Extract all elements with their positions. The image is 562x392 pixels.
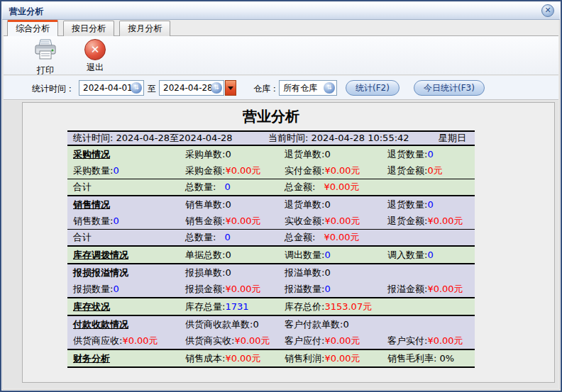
- table-cell: 客户实付:¥0.00元: [387, 335, 475, 347]
- window-title: 营业分析: [9, 6, 43, 18]
- cell-value: 0: [225, 149, 231, 159]
- report-section: 采购情况采购单数:0退货单数:0退货数量:0采购数量:0采购金额:¥0.00元实…: [67, 146, 475, 196]
- section-title: 库存调拨情况: [73, 250, 128, 260]
- cell-label: 销售数量:: [73, 215, 113, 226]
- cell-label: 单据总数:: [185, 250, 225, 260]
- cell-value: 0元: [427, 165, 442, 176]
- warehouse-select[interactable]: 所有仓库 ⇅: [279, 80, 337, 96]
- cell-label: 调出数量:: [285, 250, 324, 260]
- cell-label: 销售金额:: [185, 215, 225, 226]
- table-cell: 总数量:0: [185, 181, 285, 194]
- section-title: 财务分析: [73, 353, 110, 364]
- cell-label: 供货商应收:: [73, 335, 122, 346]
- exit-button-label: 退出: [75, 62, 116, 74]
- table-cell: 采购单数:0: [185, 148, 285, 161]
- table-cell: 采购情况: [73, 148, 185, 161]
- report-section: 库存状况库存总量:1731库存总价:3153.07元: [67, 298, 475, 316]
- business-analysis-window: 营业分析 ✕ 综合分析 按日分析 按月分析 打印: [0, 0, 562, 392]
- warehouse-label: 仓库：: [253, 83, 279, 95]
- today-stat-f3-button[interactable]: 今日统计(F3): [414, 80, 485, 96]
- tab-comprehensive-analysis[interactable]: 综合分析: [7, 20, 58, 36]
- stat-f2-button[interactable]: 统计(F2): [346, 80, 400, 96]
- table-cell: 库存调拨情况: [73, 249, 185, 262]
- report-section: 报损报溢情况报损单数:0报溢单数:0报损数量:0报损金额:¥0.00元报溢数量:…: [67, 264, 475, 298]
- cell-value: ¥0.00元: [427, 284, 463, 294]
- table-cell: 采购金额:¥0.00元: [185, 164, 285, 177]
- cell-label: 退货单数:: [285, 199, 324, 210]
- report-current-time: 当前时间: 2024-04-28 10:55:42: [268, 132, 439, 145]
- tab-monthly-analysis[interactable]: 按月分析: [119, 21, 170, 36]
- date-from-value: 2024-04-01: [83, 83, 133, 93]
- table-cell: 客户应付:¥0.00元: [285, 335, 387, 347]
- cell-label: 库存总量:: [185, 301, 225, 312]
- print-button[interactable]: 打印: [25, 39, 66, 73]
- cell-label: 报损数量:: [73, 284, 113, 294]
- report-section: 财务分析销售成本:¥0.00元销售利润:¥0.00元销售毛利率: 0%: [67, 350, 475, 368]
- filter-bar: 统计时间： 2024-04-01 ⇅ 至 2024-04-28 ⇅ 仓库： 所有…: [4, 76, 558, 100]
- table-cell: 销售利润:¥0.00元: [285, 352, 387, 365]
- warehouse-spinner-icon[interactable]: ⇅: [324, 82, 335, 94]
- cell-label: 采购单数:: [185, 149, 225, 159]
- cell-value: ¥0.00元: [324, 232, 359, 242]
- date-to-input[interactable]: 2024-04-28 ⇅: [159, 80, 224, 96]
- calendar-dropdown-button[interactable]: [225, 80, 236, 96]
- stat-time-label: 统计时间：: [32, 83, 75, 95]
- content-area: 营业分析 统计时间: 2024-04-28至2024-04-28 当前时间: 2…: [4, 101, 558, 388]
- warehouse-value: 所有仓库: [283, 83, 317, 93]
- cell-value: 0: [225, 267, 231, 278]
- cell-value: 0: [113, 215, 119, 226]
- table-cell: 报损金额:¥0.00元: [185, 283, 285, 296]
- cell-label: 供货商实收:: [185, 335, 234, 346]
- cell-label: 销售毛利率:: [387, 353, 440, 364]
- report-section: 销售情况销售单数:0退货单数:0退货数量:0销售数量:0销售金额:¥0.00元实…: [67, 196, 475, 247]
- table-cell: 退货单数:0: [285, 198, 387, 211]
- section-title: 报损报溢情况: [73, 267, 128, 278]
- cell-value: ¥0.00元: [122, 335, 158, 346]
- table-row: 报损报溢情况报损单数:0报溢单数:0: [67, 264, 475, 281]
- cell-value: ¥0.00元: [324, 181, 359, 192]
- table-cell: 销售成本:¥0.00元: [185, 352, 285, 365]
- section-title: 销售情况: [73, 199, 110, 210]
- table-row: 库存状况库存总量:1731库存总价:3153.07元: [67, 298, 475, 315]
- report-table: 采购情况采购单数:0退货单数:0退货数量:0采购数量:0采购金额:¥0.00元实…: [67, 146, 475, 368]
- cell-label: 报溢数量:: [285, 284, 324, 294]
- table-row: 供货商应收:¥0.00元供货商实收:¥0.00元客户应付:¥0.00元客户实付:…: [67, 332, 475, 349]
- cell-label: 销售利润:: [285, 353, 324, 364]
- table-cell: 合计: [73, 181, 185, 194]
- cell-value: ¥0.00元: [324, 215, 360, 226]
- cell-label: 报溢金额:: [387, 284, 427, 294]
- table-cell: 供货商应收:¥0.00元: [73, 335, 185, 347]
- exit-button[interactable]: ✕ 退出: [75, 39, 116, 73]
- print-button-label: 打印: [25, 65, 66, 77]
- cell-value: 0: [427, 250, 433, 260]
- cell-label: 报损金额:: [185, 284, 225, 294]
- cell-value: ¥0.00元: [225, 215, 260, 226]
- close-icon[interactable]: ✕: [541, 4, 554, 17]
- table-cell: 库存总量:1731: [185, 301, 285, 313]
- table-cell: 总金额:¥0.00元: [285, 231, 387, 244]
- cell-label: 调入数量:: [387, 250, 427, 260]
- cell-value: 0: [324, 149, 330, 159]
- cell-label: 总数量:: [185, 181, 216, 192]
- cell-value: 0: [324, 267, 330, 278]
- cell-label: 退货金额:: [387, 215, 427, 226]
- dropdown-arrow-icon: [228, 86, 233, 90]
- date-to-spinner-icon[interactable]: ⇅: [211, 82, 222, 94]
- table-cell: 报损报溢情况: [73, 267, 185, 279]
- to-label: 至: [148, 83, 156, 95]
- section-title: 合计: [73, 181, 92, 192]
- cell-label: 总金额:: [285, 232, 315, 242]
- report-header-row: 统计时间: 2024-04-28至2024-04-28 当前时间: 2024-0…: [67, 130, 475, 146]
- section-title: 采购情况: [73, 149, 110, 159]
- cell-label: 销售单数:: [185, 199, 225, 210]
- cell-value: 0: [324, 199, 330, 210]
- table-cell: 销售金额:¥0.00元: [185, 215, 285, 228]
- table-row: 报损数量:0报损金额:¥0.00元报溢数量:0报溢金额:¥0.00元: [67, 281, 475, 297]
- report: 营业分析 统计时间: 2024-04-28至2024-04-28 当前时间: 2…: [67, 107, 475, 368]
- date-from-spinner-icon[interactable]: ⇅: [131, 82, 142, 94]
- table-cell: 退货金额:¥0.00元: [387, 215, 475, 228]
- table-cell: 采购数量:0: [73, 164, 185, 177]
- tab-daily-analysis[interactable]: 按日分析: [63, 21, 114, 36]
- cell-label: 采购金额:: [185, 165, 225, 176]
- date-from-input[interactable]: 2024-04-01 ⇅: [79, 80, 144, 96]
